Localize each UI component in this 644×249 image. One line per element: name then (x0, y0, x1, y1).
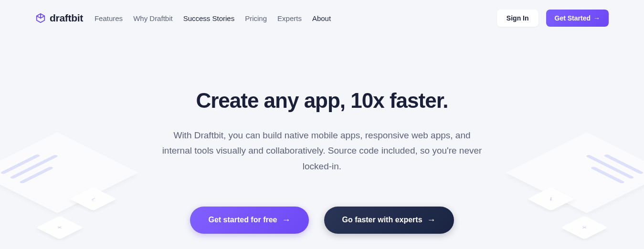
nav-success-stories[interactable]: Success Stories (183, 14, 235, 22)
logo-icon (35, 13, 46, 23)
nav-about[interactable]: About (312, 14, 331, 22)
hero-cta-group: Get started for free → Go faster with ex… (0, 207, 644, 234)
arrow-right-icon: → (282, 215, 291, 225)
site-header: draftbit Features Why Draftbit Success S… (0, 0, 644, 36)
go-faster-experts-button[interactable]: Go faster with experts → (324, 207, 454, 234)
logo[interactable]: draftbit (35, 12, 83, 24)
hero-section: Create any app, 10x faster. With Draftbi… (0, 36, 644, 234)
primary-cta-label: Get started for free (208, 216, 277, 224)
logo-text: draftbit (50, 12, 83, 24)
hero-subtitle: With Draftbit, you can build native mobi… (160, 128, 485, 174)
header-right: Sign In Get Started → (497, 10, 609, 27)
nav-why-draftbit[interactable]: Why Draftbit (133, 14, 173, 22)
nav-features[interactable]: Features (95, 14, 123, 22)
main-nav: Features Why Draftbit Success Stories Pr… (95, 14, 331, 22)
nav-pricing[interactable]: Pricing (245, 14, 267, 22)
header-left: draftbit Features Why Draftbit Success S… (35, 12, 331, 24)
get-started-button-header[interactable]: Get Started → (546, 10, 609, 27)
arrow-right-icon: → (427, 215, 436, 225)
secondary-cta-label: Go faster with experts (342, 216, 422, 224)
arrow-right-icon: → (593, 14, 600, 22)
get-started-free-button[interactable]: Get started for free → (190, 207, 308, 234)
nav-experts[interactable]: Experts (277, 14, 302, 22)
signin-button[interactable]: Sign In (497, 10, 538, 27)
get-started-label: Get Started (555, 14, 591, 22)
hero-title: Create any app, 10x faster. (0, 89, 644, 113)
